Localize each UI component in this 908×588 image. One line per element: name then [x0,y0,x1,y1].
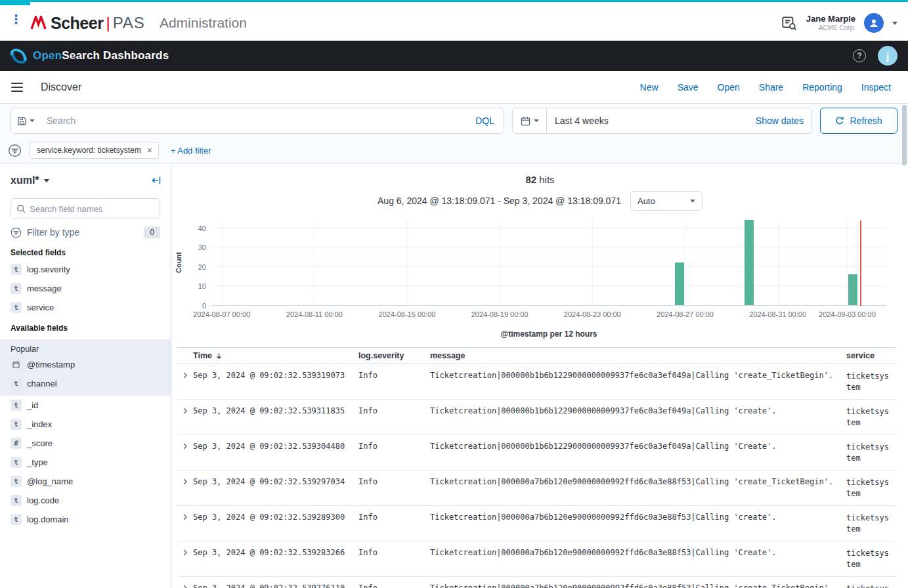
date-picker-calendar-button[interactable] [513,108,547,133]
field-name: log.severity [27,264,70,274]
nav-link-open[interactable]: Open [718,82,740,93]
column-header-service[interactable]: service [846,350,896,362]
nav-links: New Save Open Share Reporting Inspect [640,82,891,93]
string-type-icon: t [11,283,22,294]
user-menu-caret-icon[interactable] [892,22,897,25]
field-item-channel[interactable]: tchannel [0,374,171,393]
gridline [500,220,500,306]
time-range-label: Aug 6, 2024 @ 13:18:09.071 - Sep 3, 2024… [378,196,621,206]
gridline [222,220,223,306]
cell-time: Sep 3, 2024 @ 09:02:32.539283266 [193,548,358,557]
cell-service: ticketsystem [846,406,896,429]
y-axis-labels: 010203040 [184,220,209,306]
field-name: _type [27,457,48,467]
string-type-icon: t [11,476,22,487]
nav-link-new[interactable]: New [640,82,659,93]
field-name: @timestamp [27,360,75,369]
opensearch-logo[interactable]: OpenSearch Dashboards [11,48,169,64]
add-filter-link[interactable]: + Add filter [171,146,211,156]
field-item-service[interactable]: tservice [0,298,171,317]
cell-service: ticketsystem [846,477,896,500]
hamburger-menu-icon[interactable] [0,71,34,103]
x-axis-title: @timestamp per 12 hours [211,329,886,339]
plot-area [211,220,886,306]
histogram-bar[interactable] [675,262,684,305]
x-tick-label: 2024-09-03 00:00 [819,310,876,318]
histogram-bar[interactable] [848,274,857,305]
filter-pill-service-keyword[interactable]: service.keyword: ticketsystem × [30,142,159,159]
field-search-box [11,198,160,219]
filter-icon[interactable] [8,144,22,158]
user-name: Jane Marple [806,14,855,24]
nav-link-share[interactable]: Share [759,82,783,93]
field-item-message[interactable]: tmessage [0,279,171,298]
histogram-chart: Count 010203040 2024-08-07 00:002024-08-… [172,220,908,345]
field-name: channel [27,379,57,388]
histogram-bar[interactable] [745,220,754,305]
refresh-button[interactable]: Refresh [820,108,897,134]
osd-header-right: ? j [853,46,897,66]
field-item-@timestamp[interactable]: @timestamp [0,355,171,374]
x-tick-label: 2024-08-31 00:00 [749,310,806,318]
range-row: Aug 6, 2024 @ 13:18:09.071 - Sep 3, 2024… [172,191,908,211]
table-body: Sep 3, 2024 @ 09:02:32.539319073InfoTick… [177,364,896,588]
table-row: Sep 3, 2024 @ 09:02:32.539297034InfoTick… [177,471,896,506]
index-pattern-caret-icon[interactable] [44,179,49,182]
search-input[interactable] [40,116,466,126]
cell-service: ticketsystem [846,583,896,588]
log-search-icon[interactable] [781,14,798,32]
field-search-input[interactable] [30,204,154,214]
date-range-value[interactable]: Last 4 weeks [555,116,609,126]
cell-severity: Info [358,442,430,451]
search-icon [16,204,26,213]
hits-count: 82 hits [172,174,908,185]
expand-row-icon[interactable] [181,442,189,450]
index-pattern-selector[interactable]: xuml* [11,175,39,186]
cell-message: Ticketcreation|000000a7b6b120e9000000099… [430,583,846,588]
column-header-time[interactable]: Time [193,351,358,360]
cell-message: Ticketcreation|000000a7b6b120e9000000099… [430,477,846,486]
kebab-menu-icon[interactable]: ⋮ [10,13,22,26]
nav-link-reporting[interactable]: Reporting [802,82,842,93]
expand-row-icon[interactable] [181,549,189,556]
gridline [685,220,685,306]
field-name: _index [27,419,52,429]
expand-row-icon[interactable] [181,478,189,486]
osd-user-avatar[interactable]: j [878,46,897,66]
user-avatar[interactable] [864,13,884,33]
remove-filter-icon[interactable]: × [144,145,156,156]
field-item-log.domain[interactable]: tlog.domain [0,510,171,529]
calendar-icon [11,359,22,370]
field-item-_type[interactable]: t_type [0,453,171,472]
pas-top-bar: ⋮ Scheer | PAS Administration Jane Marpl… [0,0,908,41]
expand-row-icon[interactable] [181,407,189,415]
field-item-_id[interactable]: t_id [0,396,171,415]
expand-row-icon[interactable] [181,513,189,521]
field-item-log.severity[interactable]: tlog.severity [0,260,171,279]
saved-queries-button[interactable] [11,108,40,133]
expand-row-icon[interactable] [181,584,189,588]
gridline [211,266,886,267]
opensearch-title: OpenSearch Dashboards [33,49,169,62]
interval-select[interactable]: Auto [630,191,703,211]
field-item-log.code[interactable]: tlog.code [0,491,171,510]
field-item-_index[interactable]: t_index [0,415,171,434]
y-tick-label: 0 [202,302,206,310]
expand-row-icon[interactable] [181,371,189,379]
cell-time: Sep 3, 2024 @ 09:02:32.539311835 [193,406,358,415]
column-header-message[interactable]: message [430,351,846,360]
filter-by-type-button[interactable]: Filter by type 0 [11,224,160,240]
nav-link-inspect[interactable]: Inspect [861,82,891,93]
vertical-scrollbar[interactable] [902,105,907,165]
help-icon[interactable]: ? [853,49,866,62]
nav-link-save[interactable]: Save [678,82,699,93]
column-header-severity[interactable]: log.severity [358,351,430,360]
dql-button[interactable]: DQL [466,116,504,126]
cell-message: Ticketcreation|000000b1b6b12290000000099… [430,406,846,415]
number-type-icon: # [11,438,22,449]
funnel-icon [11,227,22,238]
field-item-_score[interactable]: #_score [0,434,171,453]
collapse-sidebar-icon[interactable] [151,175,162,186]
show-dates-link[interactable]: Show dates [756,116,804,126]
field-item-@log_name[interactable]: t@log_name [0,472,171,491]
